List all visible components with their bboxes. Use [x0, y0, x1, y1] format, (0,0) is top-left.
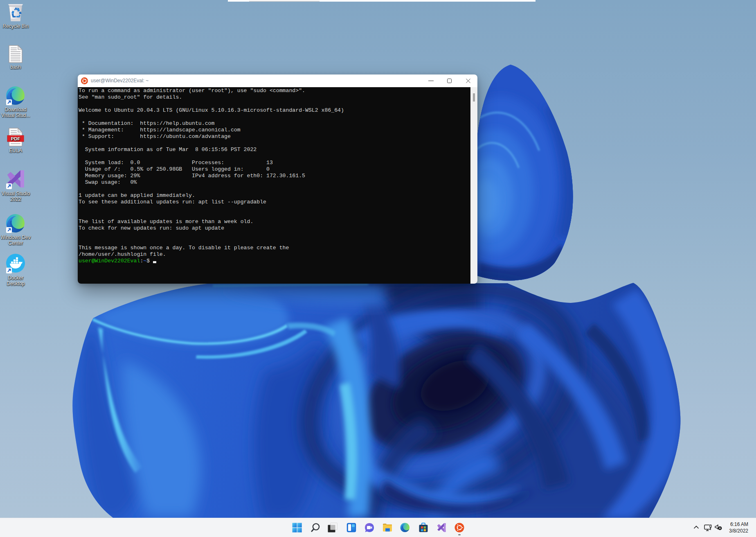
svg-text:PDF: PDF [11, 136, 20, 141]
